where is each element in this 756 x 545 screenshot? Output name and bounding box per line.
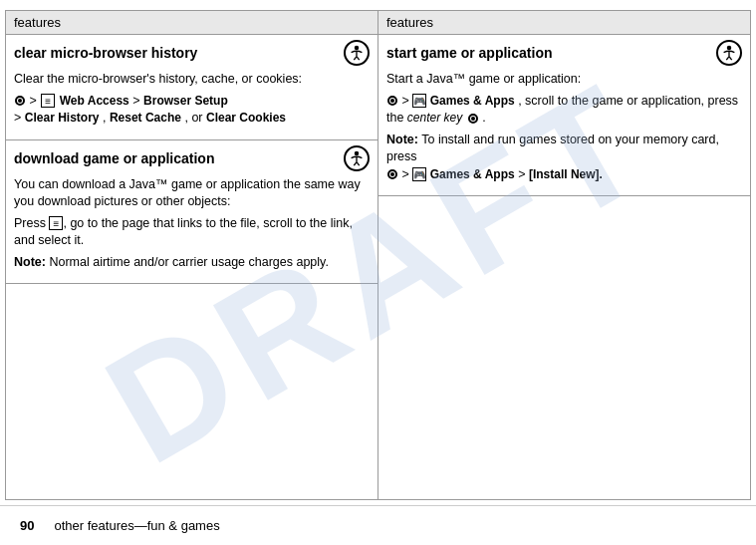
games-icon-2: 🎮 bbox=[412, 167, 426, 181]
left-column-header: features bbox=[6, 11, 378, 35]
download-game-intro: You can download a Java™ game or applica… bbox=[14, 176, 370, 211]
accessibility-icon-1 bbox=[344, 40, 370, 66]
download-game-body: You can download a Java™ game or applica… bbox=[6, 174, 378, 284]
menu-icon-1 bbox=[41, 94, 55, 108]
center-key-icon-4 bbox=[387, 169, 397, 179]
clear-history-intro: Clear the micro-browser's history, cache… bbox=[14, 71, 370, 89]
games-icon: 🎮 bbox=[412, 94, 426, 108]
clear-history-block: clear micro-browser history Clear the mi… bbox=[6, 35, 378, 140]
clear-history-body: Clear the micro-browser's history, cache… bbox=[6, 69, 378, 139]
center-key-icon-1 bbox=[15, 96, 25, 106]
svg-point-0 bbox=[355, 46, 360, 51]
svg-point-1 bbox=[355, 150, 360, 155]
main-content: features clear micro-browser history bbox=[5, 10, 751, 500]
center-key-icon-3 bbox=[468, 114, 478, 124]
bottom-text: other features—fun & games bbox=[54, 518, 219, 533]
download-game-instruction: Press ≡, go to the page that links to th… bbox=[14, 215, 370, 250]
page-number: 90 bbox=[20, 518, 34, 533]
download-game-note: Note: Normal airtime and/or carrier usag… bbox=[14, 254, 370, 272]
menu-icon-inline: ≡ bbox=[49, 216, 63, 230]
start-game-block: start game or application Start a Java™ … bbox=[378, 35, 750, 196]
right-column: features start game or application Start… bbox=[378, 10, 751, 500]
accessibility-icon-3 bbox=[716, 40, 742, 66]
svg-point-2 bbox=[727, 46, 732, 51]
start-game-note: Note: To install and run games stored on… bbox=[386, 132, 742, 184]
start-game-nav: > 🎮 Games & Apps , scroll to the game or… bbox=[386, 93, 742, 128]
center-key-icon-2 bbox=[387, 96, 397, 106]
download-game-title: download game or application bbox=[6, 140, 378, 174]
download-game-block: download game or application You can dow… bbox=[6, 140, 378, 285]
clear-history-nav: > Web Access > Browser Setup > Clear His… bbox=[14, 93, 370, 128]
start-game-title: start game or application bbox=[378, 35, 750, 69]
bottom-bar: 90 other features—fun & games bbox=[0, 505, 756, 545]
start-game-body: Start a Java™ game or application: > 🎮 G… bbox=[378, 69, 750, 195]
left-column: features clear micro-browser history bbox=[5, 10, 378, 500]
clear-history-title: clear micro-browser history bbox=[6, 35, 378, 69]
right-column-header: features bbox=[378, 11, 750, 35]
accessibility-icon-2 bbox=[344, 145, 370, 171]
start-game-intro: Start a Java™ game or application: bbox=[386, 71, 742, 89]
